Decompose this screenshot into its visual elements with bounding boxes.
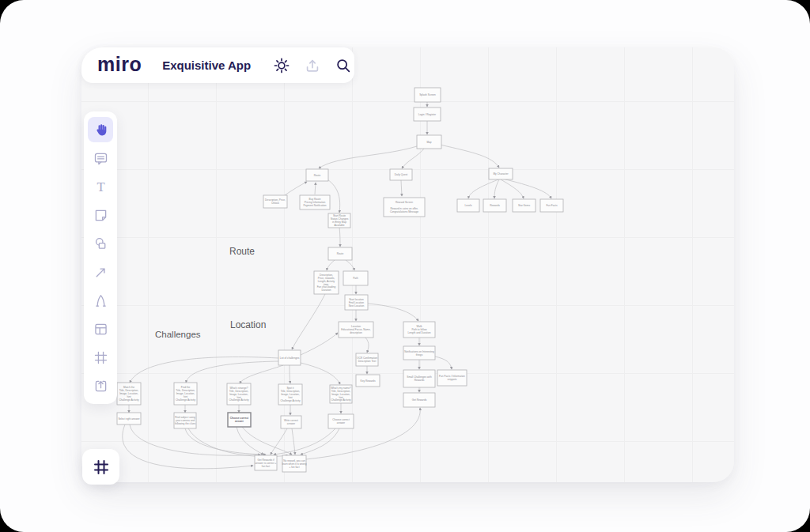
flow-node-buy-route[interactable]: Buy RoutePricing InformationPayment Noti… <box>300 195 330 209</box>
flow-connector <box>186 361 279 383</box>
svg-text:Select right answer: Select right answer <box>118 417 140 421</box>
location-label[interactable]: Location <box>230 319 266 330</box>
flow-node-map[interactable]: Map <box>417 135 441 149</box>
flow-node-key-rewards[interactable]: Key Rewards <box>356 375 380 387</box>
search-icon <box>335 57 352 74</box>
svg-text:Map: Map <box>426 141 431 144</box>
export-upload-icon <box>304 57 321 74</box>
tool-arrow-connector[interactable] <box>88 259 113 285</box>
flow-node-location-node[interactable]: LocationEducational Focus, Name,descript… <box>339 322 373 338</box>
svg-text:Login / Register: Login / Register <box>418 113 437 116</box>
flow-node-start-location[interactable]: Start locationFind LocationNext Location <box>345 295 368 310</box>
flow-node-choose-correct-answer-2[interactable]: Choose correctanswer <box>328 414 354 428</box>
board-title[interactable]: Exquisitive App <box>162 58 251 72</box>
flow-node-start-route[interactable]: Start RouteStatus Changesin Entry MapAva… <box>328 213 350 228</box>
svg-text:Find theTitle, Description,Ima: Find theTitle, Description,Image, Locati… <box>176 386 196 402</box>
flow-connector <box>290 365 290 383</box>
flow-node-ocr-confirmation[interactable]: OCR ConfirmationDescription Text <box>356 353 378 366</box>
route-label[interactable]: Route <box>229 246 255 257</box>
desktop-background: Splash ScreenLogin / RegisterMapRouteDes… <box>0 0 810 532</box>
flow-node-rewards[interactable]: Rewards <box>483 199 506 212</box>
flow-node-route-description[interactable]: Description,Price, rewards,Length, Activ… <box>314 271 339 294</box>
flow-node-spot-it[interactable]: Spot itTitle, Description,Image, Locatio… <box>278 384 302 405</box>
comment-icon <box>93 150 109 167</box>
flow-node-fun-facts-snippets[interactable]: Fun Facts / Informationsnippets <box>437 370 467 386</box>
svg-text:What's my name?Title, Descript: What's my name?Title, Description,Image,… <box>331 387 351 402</box>
flow-node-reward-screen[interactable]: Reward ScreenReward in coins on offer,Co… <box>384 198 425 217</box>
tool-pen[interactable] <box>88 288 113 313</box>
flow-connector <box>494 179 499 198</box>
flow-node-write-correct-answer[interactable]: Write correctanswer <box>281 416 301 428</box>
flow-node-select-right-answer[interactable]: Select right answer <box>117 413 141 424</box>
flow-connector <box>435 357 452 369</box>
flow-node-route-section[interactable]: Route <box>328 247 352 260</box>
tool-upload[interactable] <box>88 373 113 398</box>
flow-node-fun-facts[interactable]: Fun Facts <box>540 199 563 212</box>
tool-frame[interactable] <box>88 345 113 370</box>
svg-text:List of challenges: List of challenges <box>280 357 300 360</box>
flow-node-my-character[interactable]: My Character <box>489 168 513 179</box>
tool-table[interactable] <box>88 316 113 341</box>
tool-text[interactable]: T <box>88 174 113 199</box>
flowchart-svg: Splash ScreenLogin / RegisterMapRouteDes… <box>81 47 734 482</box>
flow-node-choose-correct-answer-1[interactable]: Choose correctanswer <box>228 413 251 427</box>
svg-text:Route: Route <box>314 174 321 177</box>
flow-node-star-gems[interactable]: Star Gems <box>513 199 536 212</box>
flow-connector <box>301 333 338 355</box>
flow-node-find-the[interactable]: Find theTitle, Description,Image, Locati… <box>174 383 197 405</box>
export-button[interactable] <box>302 55 323 76</box>
flow-connector <box>315 183 316 194</box>
flow-node-login-register[interactable]: Login / Register <box>414 108 441 121</box>
miro-logo[interactable]: miro <box>97 55 142 77</box>
tool-hand[interactable] <box>88 117 113 142</box>
search-button[interactable] <box>333 55 354 76</box>
arrow-connector-icon <box>93 264 109 281</box>
flow-node-find-subject[interactable]: Find subject usingyour camera andfollowi… <box>174 413 196 428</box>
flow-node-notifications[interactable]: Notifications on Interestingthings <box>403 346 435 360</box>
svg-text:Splash Screen: Splash Screen <box>419 93 436 96</box>
flow-connector <box>271 428 287 455</box>
flow-node-whats-strange[interactable]: What's strange?Title, Description,Image,… <box>227 383 251 405</box>
svg-text:Spot itTitle, Description,Imag: Spot itTitle, Description,Image, Locatio… <box>280 387 301 402</box>
tool-shapes[interactable] <box>88 231 113 256</box>
flow-connector <box>301 363 340 384</box>
flow-connector <box>339 227 340 247</box>
flow-connector <box>365 338 369 353</box>
settings-button[interactable] <box>271 55 292 76</box>
frames-panel-button[interactable] <box>82 449 119 485</box>
flow-node-get-rewards-correct[interactable]: Get Rewards ifanswer is correct +fun fac… <box>255 455 277 470</box>
tool-sticky-note[interactable] <box>88 202 113 228</box>
flow-connector <box>401 180 402 196</box>
svg-text:Star Gems: Star Gems <box>518 204 531 207</box>
flow-connector <box>185 428 266 455</box>
board-canvas[interactable]: Splash ScreenLogin / RegisterMapRouteDes… <box>81 47 734 482</box>
flow-node-small-challenges[interactable]: Small Challenges withRewards <box>403 370 435 387</box>
flow-node-levels[interactable]: Levels <box>457 199 479 212</box>
flow-connector <box>368 304 418 321</box>
challenges-label[interactable]: Challenges <box>155 330 201 339</box>
flow-connector <box>240 365 283 383</box>
flow-node-list-of-challenges[interactable]: List of challenges <box>278 350 301 365</box>
flow-node-daily-quest[interactable]: Daily Quest <box>390 169 412 180</box>
settings-gear-icon <box>273 57 290 74</box>
flow-node-route-top[interactable]: Route <box>306 169 328 181</box>
upload-icon <box>93 378 109 394</box>
flow-connector <box>188 428 288 457</box>
flow-node-get-rewards-walk[interactable]: Get Rewards <box>403 393 435 407</box>
flow-node-match-the[interactable]: Match theTitle, Description,Image, Locat… <box>117 383 141 405</box>
svg-text:Daily Quest: Daily Quest <box>395 173 408 176</box>
flow-node-no-reward-wrong[interactable]: No reward, you canlearn when it is wrong… <box>282 455 307 472</box>
flow-node-description-price-unlock[interactable]: Description, Price,Unlock <box>263 195 287 208</box>
flow-node-path[interactable]: Path <box>343 271 368 285</box>
flow-connector <box>402 149 424 168</box>
svg-text:Route: Route <box>337 252 344 255</box>
flow-connector <box>502 179 551 198</box>
flow-connector <box>301 428 339 455</box>
flow-node-whats-my-name[interactable]: What's my name?Title, Description,Image,… <box>330 385 352 403</box>
flow-connector <box>130 424 260 455</box>
flow-node-walk[interactable]: WalkPath to followLength and Duration <box>403 322 435 338</box>
flow-node-splash-screen[interactable]: Splash Screen <box>414 88 441 102</box>
svg-text:Key Rewards: Key Rewards <box>361 379 376 383</box>
tool-comment[interactable] <box>88 145 113 171</box>
flow-connector <box>242 427 292 455</box>
